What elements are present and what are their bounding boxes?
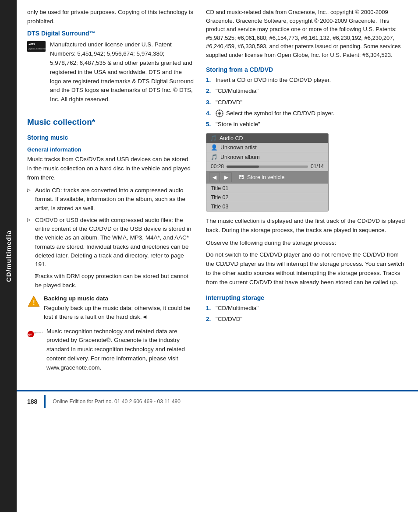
gracenote-patents: CD and music-related data from Gracenote… bbox=[206, 8, 407, 59]
nav-buttons: ◀ ▶ bbox=[206, 171, 234, 183]
dts-section: DTS Digital Surround™ ●dts Digital Enter… bbox=[27, 30, 194, 108]
svg-text:!: ! bbox=[33, 299, 35, 306]
footer-divider bbox=[44, 395, 46, 408]
cd-artist-row: 👤 Unknown artist bbox=[206, 143, 328, 152]
main-content: only be used for private purposes. Copyi… bbox=[17, 0, 418, 381]
intro-text: only be used for private purposes. Copyi… bbox=[27, 8, 194, 26]
svg-text:●dts: ●dts bbox=[28, 42, 35, 46]
settings-icon bbox=[216, 109, 223, 117]
cd-icon: 🎵 bbox=[210, 135, 217, 141]
cd-title01-row: Title 01 bbox=[206, 184, 328, 193]
after-store-text3: Do not switch to the CD/DVD player and d… bbox=[206, 250, 407, 287]
progress-end: 01/14 bbox=[311, 163, 324, 169]
list-item: 2. "CD/DVD" bbox=[206, 315, 407, 324]
warning-text: Backing up music data Regularly back up … bbox=[44, 294, 194, 322]
warning-title: Backing up music data bbox=[44, 294, 194, 303]
after-store-text1: The music collection is displayed and th… bbox=[206, 217, 407, 235]
prev-button[interactable]: ◀ bbox=[209, 173, 220, 182]
interrupting-steps-list: 1. "CD/Multimedia" 2. "CD/DVD" bbox=[206, 304, 407, 324]
sidebar: CD/multimedia bbox=[0, 0, 17, 512]
list-item: CD/DVD or USB device with compressed aud… bbox=[27, 216, 194, 269]
cd-ui-body: 👤 Unknown artist 🎵 Unknown album 00:28 0… bbox=[206, 143, 328, 211]
artist-text: Unknown artist bbox=[220, 144, 257, 151]
page-number: 188 bbox=[27, 398, 37, 405]
footer-note: Online Edition for Part no. 01 40 2 606 … bbox=[53, 398, 181, 405]
cd-progress-row: 00:28 01/14 bbox=[206, 162, 328, 171]
list-item: Tracks with DRM copy protection can be s… bbox=[35, 272, 194, 290]
two-column-layout: only be used for private purposes. Copyi… bbox=[27, 8, 407, 381]
album-icon: 🎵 bbox=[211, 154, 218, 160]
cd-ui-panel: 🎵 Audio CD 👤 Unknown artist 🎵 Unknown al… bbox=[206, 133, 329, 211]
list-item: 1. Insert a CD or DVD into the CD/DVD pl… bbox=[206, 76, 407, 85]
list-item: 3. "CD/DVD" bbox=[206, 98, 407, 107]
svg-rect-12 bbox=[216, 113, 217, 114]
music-collection-title: Music collection* bbox=[27, 117, 194, 127]
store-in-vehicle-row: 🖫 Store in vehicle bbox=[234, 171, 328, 183]
general-info-body: Music tracks from CDs/DVDs and USB devic… bbox=[27, 155, 194, 183]
cd-ui-title-bar: 🎵 Audio CD bbox=[206, 134, 328, 143]
svg-text:gracenote: gracenote bbox=[34, 331, 43, 333]
album-text: Unknown album bbox=[220, 154, 260, 160]
left-column: only be used for private purposes. Copyi… bbox=[27, 8, 194, 381]
store-label: Store in vehicle bbox=[247, 174, 284, 180]
title02-text: Title 02 bbox=[211, 194, 229, 201]
after-store-text2: Observe the following during the storage… bbox=[206, 239, 407, 248]
cd-nav-store-row: ◀ ▶ 🖫 Store in vehicle bbox=[206, 171, 328, 184]
gracenote-box: gn gracenote Music recognition technolog… bbox=[27, 327, 194, 377]
footer: 188 Online Edition for Part no. 01 40 2 … bbox=[0, 390, 418, 412]
list-item: 2. "CD/Multimedia" bbox=[206, 87, 407, 95]
svg-text:Digital Entertainment: Digital Entertainment bbox=[28, 48, 46, 50]
gracenote-text: Music recognition technology and related… bbox=[46, 327, 194, 373]
dts-title: DTS Digital Surround™ bbox=[27, 30, 194, 37]
svg-point-9 bbox=[218, 112, 221, 115]
storing-music-title: Storing music bbox=[27, 134, 194, 141]
artist-icon: 👤 bbox=[211, 144, 218, 151]
progress-start: 00:28 bbox=[211, 163, 224, 169]
list-item: 1. "CD/Multimedia" bbox=[206, 304, 407, 313]
sidebar-label: CD/multimedia bbox=[5, 230, 12, 282]
warning-icon: ! bbox=[27, 295, 40, 307]
progress-fill bbox=[227, 166, 259, 168]
cd-album-row: 🎵 Unknown album bbox=[206, 152, 328, 162]
warning-box: ! Backing up music data Regularly back u… bbox=[27, 294, 194, 322]
right-column: CD and music-related data from Gracenote… bbox=[206, 8, 407, 381]
next-button[interactable]: ▶ bbox=[221, 173, 232, 182]
title03-text: Title 03 bbox=[211, 204, 229, 210]
cd-title02-row: Title 02 bbox=[206, 193, 328, 202]
svg-rect-13 bbox=[222, 113, 223, 114]
dts-body: Manufactured under license under U.S. Pa… bbox=[50, 40, 194, 104]
cd-ui-title: Audio CD bbox=[220, 135, 243, 141]
list-item: 4. Select the symbol for the CD/DVD play… bbox=[206, 109, 407, 118]
interrupting-title: Interrupting storage bbox=[206, 294, 407, 301]
progress-bar bbox=[227, 166, 308, 168]
store-icon: 🖫 bbox=[239, 174, 244, 180]
svg-text:gn: gn bbox=[28, 332, 32, 336]
cd-title03-row: Title 03 bbox=[206, 202, 328, 211]
music-bullet-list: Audio CD: tracks are converted into a co… bbox=[27, 186, 194, 290]
dts-logo-icon: ●dts Digital Entertainment bbox=[27, 40, 46, 53]
storing-steps-list: 1. Insert a CD or DVD into the CD/DVD pl… bbox=[206, 76, 407, 129]
list-item: Audio CD: tracks are converted into a co… bbox=[27, 186, 194, 213]
title01-text: Title 01 bbox=[211, 185, 229, 191]
svg-rect-10 bbox=[219, 110, 220, 111]
dts-logo-row: ●dts Digital Entertainment Manufactured … bbox=[27, 40, 194, 108]
general-info-title: General information bbox=[27, 146, 194, 153]
storing-cd-title: Storing from a CD/DVD bbox=[206, 66, 407, 73]
svg-rect-11 bbox=[219, 116, 220, 117]
list-item: 5. "Store in vehicle" bbox=[206, 120, 407, 129]
gracenote-logo-icon: gn gracenote bbox=[27, 328, 43, 340]
